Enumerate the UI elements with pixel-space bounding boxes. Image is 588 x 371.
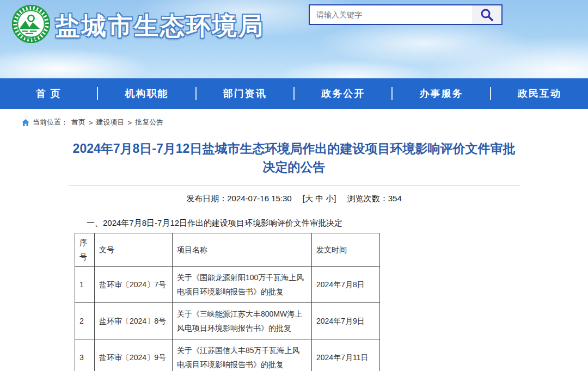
- bureau-logo-icon: YCEE: [12, 5, 50, 43]
- main-nav: 首 页 机构职能 部门资讯 政务公开 办事服务 政民互动: [0, 78, 588, 109]
- views-count: 354: [388, 194, 402, 203]
- search-box: [309, 4, 503, 25]
- section-heading: 一、2024年7月8日-7月12日作出的建设项目环境影响评价文件审批决定: [87, 218, 520, 228]
- search-input[interactable]: [310, 5, 472, 24]
- publish-date-value: 2024-07-16 15:30: [227, 194, 291, 203]
- cell-project-name: 关于《三峡能源江苏大丰800MW海上风电项目环境影响报告书》的批复: [173, 303, 312, 339]
- breadcrumb-separator: >: [89, 119, 93, 127]
- search-button[interactable]: [472, 5, 501, 24]
- col-header-index: 序号: [75, 233, 95, 267]
- col-header-doc-number: 文号: [95, 233, 173, 267]
- publish-info-line: 发布日期：2024-07-16 15:30 [大 中 小] 浏览次数：354: [68, 194, 520, 204]
- table-row: 2 盐环审〔2024〕8号 关于《三峡能源江苏大丰800MW海上风电项目环境影响…: [75, 303, 380, 339]
- nav-item-functions[interactable]: 机构职能: [98, 87, 195, 100]
- table-header-row: 序号 文号 项目名称 发文时间: [75, 233, 380, 267]
- cell-index: 3: [75, 339, 95, 371]
- breadcrumb-link-approvals[interactable]: 批复公告: [135, 118, 163, 127]
- table-row: 3 盐环审〔2024〕9号 关于《江苏国信大丰85万千瓦海上风电项目环境影响报告…: [75, 339, 380, 371]
- cell-doc-number: 盐环审〔2024〕7号: [95, 267, 173, 303]
- breadcrumb-link-home[interactable]: 首页: [71, 118, 85, 127]
- table-row: 1 盐环审〔2024〕7号 关于《国能龙源射阳100万千瓦海上风电项目环境影响报…: [75, 267, 380, 303]
- cell-index: 1: [75, 267, 95, 303]
- cell-issue-date: 2024年7月9日: [312, 303, 380, 339]
- col-header-project-name: 项目名称: [173, 233, 312, 267]
- views-label: 浏览次数：: [347, 194, 388, 203]
- breadcrumb-prefix: 当前位置：: [33, 118, 68, 127]
- cell-project-name: 关于《江苏国信大丰85万千瓦海上风电项目环境影响报告书》的批复: [173, 339, 312, 371]
- cell-doc-number: 盐环审〔2024〕9号: [95, 339, 173, 371]
- nav-item-services[interactable]: 办事服务: [393, 87, 489, 100]
- approval-table: 序号 文号 项目名称 发文时间 1 盐环审〔2024〕7号 关于《国能龙源射阳1…: [75, 233, 380, 371]
- header-banner: YCEE 盐城市生态环境局: [0, 0, 588, 78]
- breadcrumb-link-projects[interactable]: 建设项目: [96, 118, 125, 127]
- page-title: 2024年7月8日-7月12日盐城市生态环境局作出的建设项目环境影响评价文件审批…: [68, 139, 520, 176]
- col-header-issue-date: 发文时间: [312, 233, 380, 267]
- logo-acronym: YCEE: [24, 35, 38, 41]
- search-icon: [480, 8, 494, 22]
- publish-date-label: 发布日期：: [186, 194, 227, 203]
- article-content: 2024年7月8日-7月12日盐城市生态环境局作出的建设项目环境影响评价文件审批…: [68, 139, 520, 371]
- breadcrumb: 当前位置： 首页 > 建设项目 > 批复公告: [0, 109, 588, 127]
- nav-item-gov-info[interactable]: 政务公开: [295, 87, 391, 100]
- nav-item-news[interactable]: 部门资讯: [197, 87, 293, 100]
- font-size-controls[interactable]: [大 中 小]: [303, 194, 336, 203]
- cell-project-name: 关于《国能龙源射阳100万千瓦海上风电项目环境影响报告书》的批复: [173, 267, 312, 303]
- site-title: 盐城市生态环境局: [56, 10, 265, 42]
- breadcrumb-separator: >: [128, 119, 132, 127]
- home-icon: [22, 119, 29, 126]
- nav-item-home[interactable]: 首 页: [0, 87, 97, 100]
- cell-issue-date: 2024年7月11日: [312, 339, 380, 371]
- cell-issue-date: 2024年7月8日: [312, 267, 380, 303]
- title-divider: [68, 185, 520, 186]
- nav-item-interaction[interactable]: 政民互动: [491, 87, 588, 100]
- cell-doc-number: 盐环审〔2024〕8号: [95, 303, 173, 339]
- cell-index: 2: [75, 303, 95, 339]
